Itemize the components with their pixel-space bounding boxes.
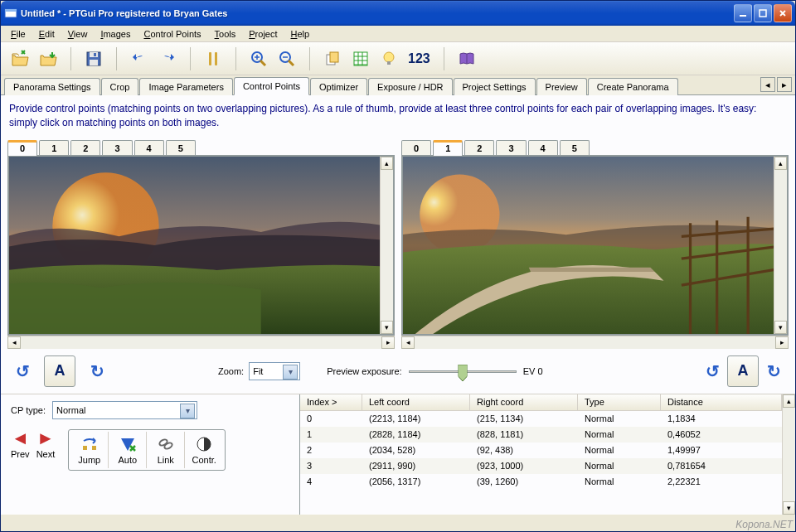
rotate-cw-left-button[interactable]: ↻: [85, 355, 109, 387]
menu-file[interactable]: File: [4, 27, 32, 41]
tab-crop[interactable]: Crop: [101, 78, 139, 95]
jump-icon: [80, 435, 99, 453]
right-vscroll[interactable]: ▴ ▾: [774, 157, 787, 334]
minimize-button[interactable]: [734, 4, 752, 22]
prev-button[interactable]: ◄ Prev: [11, 429, 30, 459]
slider-thumb-icon[interactable]: [458, 365, 467, 381]
table-vscroll[interactable]: ▴ ▾: [782, 394, 795, 515]
tab-exposure-hdr[interactable]: Exposure / HDR: [368, 78, 452, 95]
svg-rect-16: [387, 61, 391, 65]
image-tab-4[interactable]: 4: [528, 140, 558, 156]
zoom-in-icon[interactable]: [246, 46, 271, 71]
image-tab-5[interactable]: 5: [560, 140, 590, 156]
svg-point-23: [158, 438, 168, 446]
grid-icon[interactable]: [348, 46, 373, 71]
scroll-up-icon[interactable]: ▴: [381, 157, 393, 170]
scroll-down-icon[interactable]: ▾: [783, 501, 795, 515]
right-image-view[interactable]: [403, 157, 774, 334]
next-button[interactable]: ► Next: [36, 429, 56, 459]
rotate-ccw-right-button[interactable]: ↺: [701, 355, 724, 387]
auto-right-button[interactable]: A: [727, 355, 759, 387]
book-icon[interactable]: [454, 46, 479, 71]
exposure-slider[interactable]: [409, 363, 517, 380]
rotate-ccw-left-button[interactable]: ↺: [11, 355, 34, 387]
tab-scroll-right[interactable]: ▸: [777, 77, 792, 92]
table-row[interactable]: 1(2828, 1184)(828, 1181)Normal0,46052: [300, 427, 782, 443]
scroll-up-icon[interactable]: ▴: [783, 394, 795, 408]
arrow-right-icon: ►: [36, 429, 55, 447]
tab-optimizer[interactable]: Optimizer: [310, 78, 367, 95]
rotate-cw-right-button[interactable]: ↻: [762, 355, 785, 387]
tab-preview[interactable]: Preview: [536, 78, 587, 95]
auto-button[interactable]: Auto: [109, 432, 147, 468]
tab-create-panorama[interactable]: Create Panorama: [588, 78, 678, 95]
menu-view[interactable]: View: [61, 27, 95, 41]
save-icon[interactable]: [81, 46, 106, 71]
image-tab-3[interactable]: 3: [102, 140, 132, 156]
menu-edit[interactable]: Edit: [32, 27, 61, 41]
redo-icon[interactable]: [155, 46, 180, 71]
image-tab-4[interactable]: 4: [134, 140, 164, 156]
right-hscroll[interactable]: ◂ ▸: [401, 336, 789, 349]
col-right-coord[interactable]: Right coord: [470, 394, 578, 410]
scroll-down-icon[interactable]: ▾: [774, 321, 787, 334]
image-tab-2[interactable]: 2: [70, 140, 100, 156]
tab-panorama-settings[interactable]: Panorama Settings: [4, 78, 100, 95]
bulb-icon[interactable]: [376, 46, 401, 71]
cp-type-label: CP type:: [11, 405, 46, 415]
image-tab-3[interactable]: 3: [496, 140, 526, 156]
close-button[interactable]: [774, 4, 792, 22]
menu-project[interactable]: Project: [242, 27, 284, 41]
copy-icon[interactable]: [320, 46, 345, 71]
app-icon: [4, 7, 17, 20]
image-tab-5[interactable]: 5: [166, 140, 196, 156]
scroll-left-icon[interactable]: ◂: [401, 336, 415, 349]
menu-tools[interactable]: Tools: [208, 27, 243, 41]
left-vscroll[interactable]: ▴ ▾: [380, 157, 393, 334]
image-tab-1[interactable]: 1: [39, 140, 69, 156]
image-tab-2[interactable]: 2: [464, 140, 494, 156]
tab-scroll-left[interactable]: ◂: [760, 77, 775, 92]
col-type[interactable]: Type: [578, 394, 661, 410]
zoom-out-icon[interactable]: [274, 46, 299, 71]
undo-icon[interactable]: [127, 46, 152, 71]
open-icon[interactable]: [7, 46, 32, 71]
open-folder-icon[interactable]: [36, 46, 61, 71]
maximize-button[interactable]: [754, 4, 772, 22]
link-button[interactable]: Link: [147, 432, 185, 468]
table-row[interactable]: 0(2213, 1184)(215, 1134)Normal1,1834: [300, 411, 782, 427]
auto-left-button[interactable]: A: [44, 355, 75, 387]
image-tab-0[interactable]: 0: [401, 140, 431, 156]
watermark: Kopona.NET: [735, 519, 793, 530]
mid-controls: ↺ A ↻ Zoom: Fit Preview exposure: EV 0 ↺…: [1, 349, 795, 394]
left-image-view[interactable]: [9, 157, 380, 334]
col-distance[interactable]: Distance: [661, 394, 782, 410]
toolbar-number[interactable]: 123: [405, 51, 434, 66]
menu-control-points[interactable]: Control Points: [137, 27, 207, 41]
image-tab-0[interactable]: 0: [7, 140, 37, 156]
image-tab-1[interactable]: 1: [433, 140, 463, 156]
contrast-button[interactable]: Contr.: [185, 432, 223, 468]
tab-project-settings[interactable]: Project Settings: [454, 78, 536, 95]
table-row[interactable]: 4(2056, 1317)(39, 1260)Normal2,22321: [300, 474, 782, 490]
scroll-right-icon[interactable]: ▸: [775, 336, 789, 349]
menu-images[interactable]: Images: [94, 27, 137, 41]
jump-button[interactable]: Jump: [70, 432, 109, 468]
scroll-down-icon[interactable]: ▾: [381, 321, 393, 334]
scroll-left-icon[interactable]: ◂: [7, 336, 21, 349]
scroll-up-icon[interactable]: ▴: [774, 157, 787, 170]
tab-image-parameters[interactable]: Image Parameters: [139, 78, 232, 95]
col-index[interactable]: Index >: [300, 394, 362, 410]
zoom-select[interactable]: Fit: [249, 362, 300, 380]
scroll-right-icon[interactable]: ▸: [381, 336, 395, 349]
align-icon[interactable]: [201, 46, 226, 71]
hint-text: Provide control points (matching points …: [1, 95, 795, 137]
cp-type-select[interactable]: Normal: [52, 401, 197, 419]
col-left-coord[interactable]: Left coord: [362, 394, 470, 410]
table-row[interactable]: 3(2911, 990)(923, 1000)Normal0,781654: [300, 458, 782, 474]
menu-help[interactable]: Help: [284, 27, 317, 41]
table-row[interactable]: 2(2034, 528)(92, 438)Normal1,49997: [300, 443, 782, 458]
svg-rect-21: [83, 446, 87, 450]
tab-control-points[interactable]: Control Points: [234, 77, 309, 95]
left-hscroll[interactable]: ◂ ▸: [7, 336, 395, 349]
